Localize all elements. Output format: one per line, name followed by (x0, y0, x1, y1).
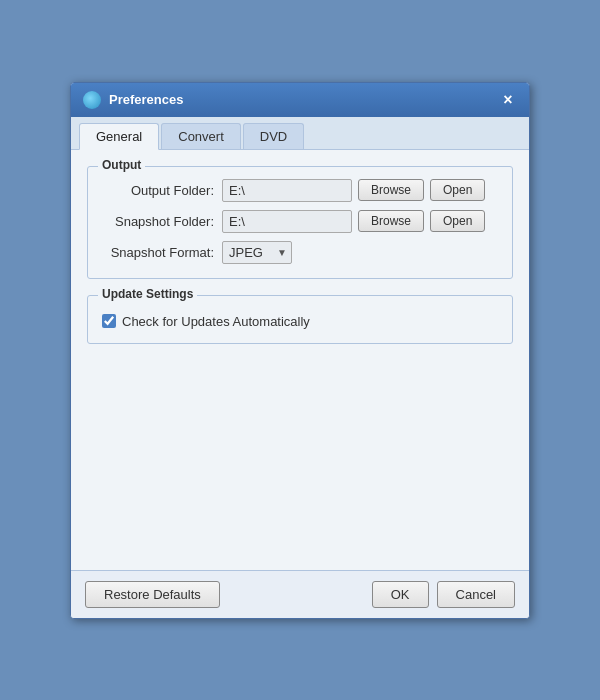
snapshot-format-wrapper: JPEG PNG BMP ▼ (222, 241, 292, 264)
tab-convert[interactable]: Convert (161, 123, 241, 149)
update-settings-title: Update Settings (98, 287, 197, 301)
snapshot-folder-row: Snapshot Folder: Browse Open (102, 210, 498, 233)
snapshot-folder-open-button[interactable]: Open (430, 210, 485, 232)
close-button[interactable]: × (499, 91, 517, 109)
update-settings-section: Update Settings Check for Updates Automa… (87, 295, 513, 344)
app-icon (83, 91, 101, 109)
title-bar-left: Preferences (83, 91, 183, 109)
tab-content: Output Output Folder: Browse Open Snapsh… (71, 150, 529, 570)
preferences-dialog: Preferences × General Convert DVD Output… (70, 82, 530, 619)
ok-button[interactable]: OK (372, 581, 429, 608)
output-folder-open-button[interactable]: Open (430, 179, 485, 201)
output-folder-input[interactable] (222, 179, 352, 202)
snapshot-folder-browse-button[interactable]: Browse (358, 210, 424, 232)
tab-dvd[interactable]: DVD (243, 123, 304, 149)
tab-bar: General Convert DVD (71, 117, 529, 150)
dialog-title: Preferences (109, 92, 183, 107)
auto-update-label: Check for Updates Automatically (122, 314, 310, 329)
footer-right-buttons: OK Cancel (372, 581, 515, 608)
snapshot-format-select[interactable]: JPEG PNG BMP (222, 241, 292, 264)
auto-update-row: Check for Updates Automatically (102, 314, 498, 329)
cancel-button[interactable]: Cancel (437, 581, 515, 608)
auto-update-checkbox[interactable] (102, 314, 116, 328)
restore-defaults-button[interactable]: Restore Defaults (85, 581, 220, 608)
dialog-footer: Restore Defaults OK Cancel (71, 570, 529, 618)
tab-general[interactable]: General (79, 123, 159, 150)
output-section: Output Output Folder: Browse Open Snapsh… (87, 166, 513, 279)
snapshot-format-label: Snapshot Format: (102, 245, 222, 260)
output-folder-browse-button[interactable]: Browse (358, 179, 424, 201)
output-folder-row: Output Folder: Browse Open (102, 179, 498, 202)
snapshot-folder-input[interactable] (222, 210, 352, 233)
output-folder-label: Output Folder: (102, 183, 222, 198)
output-section-title: Output (98, 158, 145, 172)
title-bar: Preferences × (71, 83, 529, 117)
snapshot-folder-label: Snapshot Folder: (102, 214, 222, 229)
snapshot-format-row: Snapshot Format: JPEG PNG BMP ▼ (102, 241, 498, 264)
